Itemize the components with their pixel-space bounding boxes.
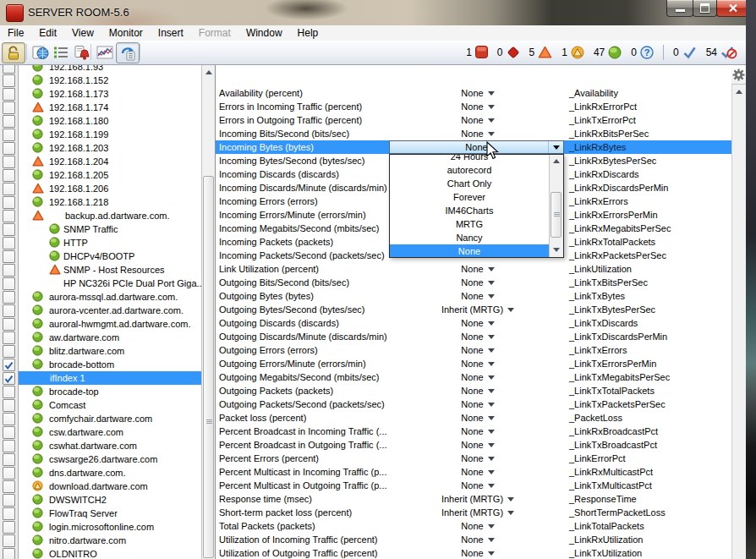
device-row[interactable]: nitro.dartware.com (19, 534, 201, 547)
dropdown-item[interactable]: Chart Only (390, 177, 549, 190)
menu-edit[interactable]: Edit (31, 25, 64, 41)
retention-cell[interactable]: None (390, 519, 566, 533)
menu-help[interactable]: Help (290, 25, 326, 41)
retention-cell[interactable]: None (390, 316, 566, 330)
table-row[interactable]: Outgoing Packets (packets)None_LinkTxTot… (216, 384, 731, 397)
device-list-scrollbar[interactable] (201, 65, 216, 559)
scrollbar-thumb[interactable] (203, 176, 214, 558)
retention-cell[interactable]: None (390, 384, 566, 397)
retention-cell[interactable]: None (390, 262, 566, 276)
scroll-up-button[interactable] (732, 85, 745, 98)
device-checkbox[interactable] (3, 88, 15, 101)
table-row[interactable]: Packet loss (percent)None_PacketLoss (216, 411, 731, 425)
retention-cell[interactable]: Inherit (MRTG) (390, 506, 566, 519)
device-row[interactable]: aurora-vcenter.ad.dartware.com. (19, 304, 201, 317)
dropdown-item[interactable]: 24 Hours (390, 154, 549, 163)
device-checkbox[interactable] (3, 359, 15, 371)
device-checkbox[interactable] (3, 318, 15, 331)
device-checkbox[interactable] (3, 507, 15, 520)
device-checkbox[interactable] (3, 129, 15, 141)
retention-cell[interactable]: None (390, 370, 566, 384)
toolbar-unlock-button[interactable] (2, 42, 25, 63)
table-row[interactable]: Percent Broadcast in Incoming Traffic (.… (216, 425, 731, 438)
retention-cell[interactable]: None (390, 397, 566, 411)
device-checkbox[interactable] (3, 534, 15, 547)
device-checkbox[interactable] (3, 426, 15, 439)
device-row[interactable]: 192.168.1.173 (19, 87, 201, 101)
retention-cell[interactable]: None (390, 330, 566, 343)
device-checkbox[interactable] (3, 237, 15, 249)
device-row[interactable]: auroral-hwmgmt.ad.dartware.com. (19, 317, 201, 331)
device-checkbox[interactable] (3, 453, 15, 466)
device-checkbox[interactable] (3, 115, 15, 128)
retention-cell[interactable]: None (390, 100, 566, 113)
device-checkbox[interactable] (3, 101, 15, 114)
dropdown-item[interactable]: None (390, 244, 549, 258)
device-row[interactable]: 192.168.1.174 (19, 101, 201, 114)
dropdown-item[interactable]: Forever (390, 190, 549, 204)
device-row[interactable]: 192.168.1.180 (19, 114, 201, 128)
device-checkbox[interactable] (3, 65, 15, 74)
table-row[interactable]: Outgoing Bytes/Second (bytes/sec)Inherit… (216, 303, 731, 316)
toolbar-device-view-button[interactable] (116, 42, 140, 63)
table-row[interactable]: Errors in Incoming Traffic (percent)None… (216, 100, 731, 113)
device-row[interactable]: 192.168.1.93 (19, 65, 201, 74)
device-row[interactable]: brocade-bottom (19, 358, 201, 371)
device-checkbox[interactable] (3, 440, 15, 452)
menu-format[interactable]: Format (191, 25, 238, 41)
table-row[interactable]: Percent Errors (percent)None_LinkErrorPc… (216, 452, 731, 465)
table-row[interactable]: Errors in Outgoing Traffic (percent)None… (216, 113, 731, 127)
device-row[interactable]: csw.dartware.com (19, 425, 201, 439)
device-row[interactable]: login.microsoftonline.com (19, 520, 201, 534)
device-row[interactable]: SNMP Traffic (19, 222, 201, 236)
device-row[interactable]: download.dartware.com (19, 480, 201, 493)
device-checkbox[interactable] (3, 399, 15, 412)
device-row[interactable]: aurora-mssql.ad.dartware.com. (19, 290, 201, 304)
retention-cell[interactable]: None (390, 113, 566, 127)
toolbar-charts-button[interactable] (94, 42, 116, 62)
device-checkbox[interactable] (3, 264, 15, 277)
device-checkbox[interactable] (3, 277, 15, 290)
device-checkbox[interactable] (3, 345, 15, 358)
device-checkbox[interactable] (3, 210, 15, 222)
device-checkbox[interactable] (3, 169, 15, 182)
retention-cell[interactable]: None (390, 533, 566, 546)
column-settings-button[interactable] (731, 65, 746, 85)
device-checkbox[interactable] (3, 250, 15, 263)
scroll-up-button[interactable] (202, 66, 215, 79)
scrollbar-thumb[interactable] (551, 192, 562, 238)
menu-window[interactable]: Window (238, 25, 290, 41)
device-row[interactable]: backup.ad.dartware.com. (19, 209, 201, 222)
table-row[interactable]: Percent Broadcast in Outgoing Traffic (.… (216, 438, 731, 452)
device-row[interactable]: FlowTraq Server (19, 507, 201, 520)
retention-cell[interactable]: None (390, 438, 566, 452)
retention-cell[interactable]: None (390, 343, 566, 357)
minimize-button[interactable] (666, 0, 693, 17)
scroll-down-button[interactable] (550, 244, 562, 256)
table-row[interactable]: Outgoing Discards (discards)None_LinkTxD… (216, 316, 731, 330)
menu-view[interactable]: View (64, 25, 101, 41)
device-checkbox[interactable] (3, 521, 15, 534)
combobox-dropdown-button[interactable] (548, 141, 563, 153)
device-row[interactable]: 192.168.1.204 (19, 155, 201, 168)
retention-cell[interactable]: None (390, 425, 566, 438)
device-row[interactable]: 192.168.1.205 (19, 168, 201, 182)
scroll-up-button[interactable] (550, 155, 562, 167)
table-row[interactable]: Outgoing Bits/Second (bits/sec)None_Link… (216, 276, 731, 289)
device-checkbox[interactable] (3, 196, 15, 209)
device-row[interactable]: HTTP (19, 236, 201, 249)
device-checkbox[interactable] (3, 156, 15, 168)
device-checkbox[interactable] (3, 74, 15, 87)
table-row[interactable]: Incoming Bits/Second (bits/sec)None_Link… (216, 127, 731, 140)
dropdown-item[interactable]: MRTG (390, 217, 549, 231)
table-row[interactable]: Total Packets (packets)None_LinkTotalPac… (216, 519, 731, 533)
device-checkbox[interactable] (3, 304, 15, 317)
device-row[interactable]: cswsarge26.dartware.com (19, 452, 201, 466)
retention-cell[interactable]: None (390, 479, 566, 492)
device-row[interactable]: 192.168.1.152 (19, 74, 201, 87)
table-row[interactable]: Outgoing Packets/Second (packets/sec)Non… (216, 397, 731, 411)
table-row[interactable]: Utilization of Outgoing Traffic (percent… (216, 546, 731, 559)
table-row[interactable]: Utilization of Incoming Traffic (percent… (216, 533, 731, 546)
device-checkbox[interactable] (3, 142, 15, 155)
dropdown-scrollbar[interactable] (549, 155, 563, 257)
